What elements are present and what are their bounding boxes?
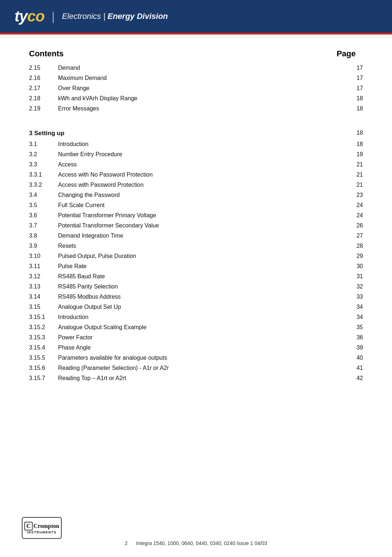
- toc-entry-label: Error Messages: [58, 104, 341, 114]
- toc-entry-page: 18: [341, 104, 363, 114]
- toc-entry-number: 3.15.1: [29, 312, 58, 322]
- toc-row: 2.15 Demand 17: [29, 63, 363, 73]
- toc-entry-label: Resets: [58, 241, 341, 251]
- toc-entry-label: Reading (Parameter Selection) - A1r or A…: [58, 363, 341, 373]
- toc-row: 2.18 kWh and kVArh Display Range 18: [29, 93, 363, 104]
- toc-row: 3.3.1 Access with No Password Protection…: [29, 170, 363, 180]
- toc-entry-label: Power Factor: [58, 332, 341, 343]
- toc-row: 3.11 Pulse Rate 30: [29, 261, 363, 271]
- toc-entry-number: 3.8: [29, 231, 58, 241]
- toc-row: 3.15.7 Reading Top – A1rt or A2rt 42: [29, 373, 363, 383]
- footer-logo: C Crompton INSTRUMENTS: [22, 517, 62, 539]
- toc-entry-label: Changing the Password: [58, 190, 341, 200]
- toc-row: 3.4 Changing the Password 23: [29, 190, 363, 200]
- toc-row: 3.15 Analogue Output Set Up 34: [29, 302, 363, 312]
- toc-entry-number: 2.16: [29, 73, 58, 83]
- toc-entry-page: 42: [341, 373, 363, 383]
- toc-entry-page: 21: [341, 160, 363, 170]
- toc-entry-number: 3.3: [29, 160, 58, 170]
- toc-entry-label: Access: [58, 160, 341, 170]
- toc-entry-number: 3.15.7: [29, 373, 58, 383]
- toc-row: 2.16 Maximum Demand 17: [29, 73, 363, 83]
- toc-entry-page: 34: [341, 312, 363, 322]
- toc-entry-number: 3.15.3: [29, 332, 58, 343]
- toc-entry-label: Over Range: [58, 83, 341, 93]
- toc-entry-label: Analogue Output Set Up: [58, 302, 341, 312]
- toc-row: 3.15.5 Parameters available for analogue…: [29, 353, 363, 363]
- toc-entry-page: 29: [341, 251, 363, 261]
- toc-entry-label: Pulse Rate: [58, 261, 341, 271]
- toc-row: 2.17 Over Range 17: [29, 83, 363, 93]
- toc-row: 3.3 Access 21: [29, 160, 363, 170]
- toc-entry-number: 3.6: [29, 210, 58, 221]
- toc-entry-page: 32: [341, 282, 363, 292]
- toc-entry-number: 3.3.2: [29, 180, 58, 190]
- toc-entry-label: Introduction: [58, 312, 341, 322]
- toc-entry-label: RS485 Parity Selection: [58, 282, 341, 292]
- toc-entry-label: Introduction: [58, 139, 341, 149]
- toc-entry-number: 3.7: [29, 221, 58, 231]
- toc-entry-number: 3.13: [29, 282, 58, 292]
- header-divider-2: |: [103, 12, 107, 21]
- toc-entry-page: 31: [341, 271, 363, 282]
- toc-row: 3.2 Number Entry Procedure 19: [29, 149, 363, 160]
- toc-entry-label: Pulsed Output, Pulse Duration: [58, 251, 341, 261]
- section-header-page: 18: [341, 120, 363, 139]
- tyco-brand: tyco: [15, 8, 44, 25]
- toc-row: 3.6 Potential Transformer Primary Voltag…: [29, 210, 363, 221]
- toc-entry-number: 3.3.1: [29, 170, 58, 180]
- header-subtitle: Electronics | Energy Division: [62, 12, 168, 21]
- toc-entry-page: 34: [341, 302, 363, 312]
- brand-logo: tyco | Electronics | Energy Division: [15, 8, 168, 25]
- toc-entry-page: 21: [341, 170, 363, 180]
- toc-entry-label: RS485 Baud Rate: [58, 271, 341, 282]
- toc-entry-label: Potential Transformer Primary Voltage: [58, 210, 341, 221]
- toc-row: 2.19 Error Messages 18: [29, 104, 363, 114]
- toc-entry-label: Potential Transformer Secondary Value: [58, 221, 341, 231]
- toc-entry-page: 39: [341, 343, 363, 353]
- toc-title: Contents: [29, 49, 64, 58]
- footer-page-number: 2: [125, 540, 128, 546]
- toc-entry-label: Parameters available for analogue output…: [58, 353, 341, 363]
- toc-entry-label: Demand: [58, 63, 341, 73]
- section-header-label: 3 Setting up: [29, 120, 341, 139]
- header-divider-1: |: [52, 10, 54, 23]
- toc-entry-number: 3.15.4: [29, 343, 58, 353]
- toc-row: 3.15.1 Introduction 34: [29, 312, 363, 322]
- toc-row: 3.3.2 Access with Password Protection 21: [29, 180, 363, 190]
- main-content: Contents Page 2.15 Demand 17 2.16 Maximu…: [0, 35, 392, 420]
- toc-entry-number: 2.17: [29, 83, 58, 93]
- toc-entry-page: 17: [341, 63, 363, 73]
- toc-entry-label: Access with Password Protection: [58, 180, 341, 190]
- toc-row: 3.1 Introduction 18: [29, 139, 363, 149]
- toc-row: 3.12 RS485 Baud Rate 31: [29, 271, 363, 282]
- toc-entry-page: 24: [341, 200, 363, 210]
- toc-row: 3.13 RS485 Parity Selection 32: [29, 282, 363, 292]
- toc-table: 2.15 Demand 17 2.16 Maximum Demand 17 2.…: [29, 63, 363, 383]
- toc-entry-page: 35: [341, 322, 363, 332]
- toc-entry-label: RS485 Modbus Address: [58, 292, 341, 302]
- toc-entry-number: 3.10: [29, 251, 58, 261]
- spacer: [29, 114, 363, 120]
- toc-entry-page: 17: [341, 83, 363, 93]
- toc-entry-number: 3.11: [29, 261, 58, 271]
- toc-entry-page: 27: [341, 231, 363, 241]
- toc-entry-number: 2.18: [29, 93, 58, 104]
- footer-logo-text: Crompton: [33, 523, 59, 529]
- toc-entry-number: 3.15: [29, 302, 58, 312]
- toc-row: 3.15.6 Reading (Parameter Selection) - A…: [29, 363, 363, 373]
- toc-row: 3.7 Potential Transformer Secondary Valu…: [29, 221, 363, 231]
- toc-row: 3.15.4 Phase Angle 39: [29, 343, 363, 353]
- toc-entry-label: Demand Integration Time: [58, 231, 341, 241]
- footer-logo-sub: INSTRUMENTS: [27, 530, 57, 534]
- toc-entry-label: Number Entry Procedure: [58, 149, 341, 160]
- toc-entry-label: Analogue Output Scaling Example: [58, 322, 341, 332]
- toc-entry-number: 3.1: [29, 139, 58, 149]
- footer-logo-bracket: C: [24, 522, 33, 530]
- toc-entry-page: 18: [341, 93, 363, 104]
- toc-entry-page: 18: [341, 139, 363, 149]
- toc-entry-number: 3.15.6: [29, 363, 58, 373]
- toc-entry-page: 30: [341, 261, 363, 271]
- toc-entry-page: 23: [341, 190, 363, 200]
- toc-entry-page: 33: [341, 292, 363, 302]
